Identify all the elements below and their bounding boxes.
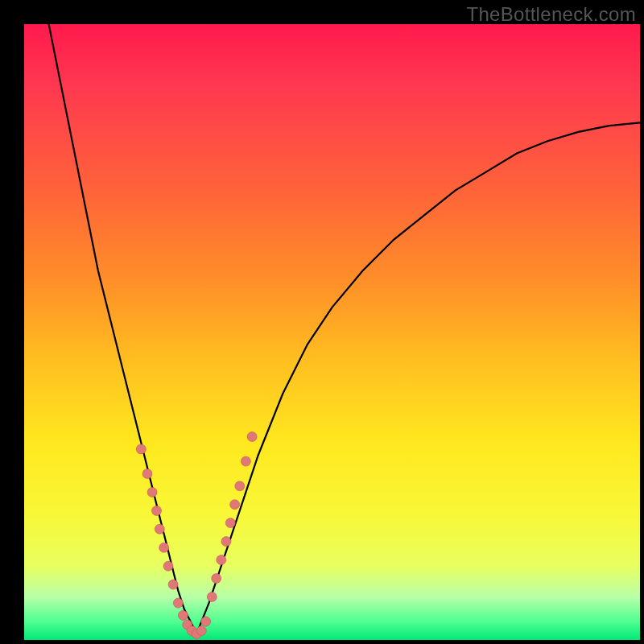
right-curve <box>196 122 640 634</box>
sample-dot <box>201 617 211 626</box>
plot-area <box>24 24 640 640</box>
sample-dot <box>168 580 178 589</box>
sample-dot <box>225 518 235 528</box>
sample-dot <box>207 592 217 602</box>
sample-dot <box>235 481 245 491</box>
left-curve <box>49 24 197 634</box>
sample-dot <box>147 487 157 497</box>
sample-dot <box>221 537 231 547</box>
sample-dots <box>136 432 257 639</box>
watermark-text: TheBottleneck.com <box>466 3 636 26</box>
curves-svg <box>24 24 640 640</box>
sample-dot <box>230 500 240 510</box>
sample-dot <box>178 610 188 620</box>
sample-dot <box>173 598 183 608</box>
sample-dot <box>217 555 226 565</box>
sample-dot <box>241 456 250 466</box>
sample-dot <box>136 444 146 454</box>
sample-dot <box>196 626 206 636</box>
chart-frame: TheBottleneck.com <box>0 0 644 644</box>
sample-dot <box>212 574 221 584</box>
sample-dot <box>159 543 169 552</box>
sample-dot <box>163 561 173 571</box>
sample-dot <box>155 524 164 534</box>
sample-dot <box>152 506 162 515</box>
sample-dot <box>247 432 257 442</box>
sample-dot <box>142 469 152 479</box>
